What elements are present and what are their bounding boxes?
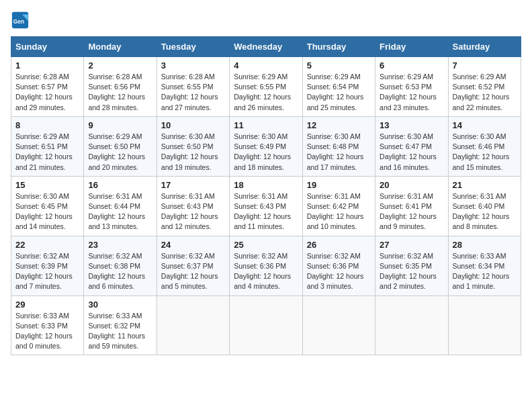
day-detail: Sunrise: 6:32 AM Sunset: 6:38 PM Dayligh… bbox=[88, 251, 152, 292]
svg-text:Gen: Gen bbox=[13, 18, 24, 25]
empty-cell bbox=[302, 295, 375, 355]
calendar-day-1: 1 Sunrise: 6:28 AM Sunset: 6:57 PM Dayli… bbox=[11, 57, 84, 117]
day-detail: Sunrise: 6:29 AM Sunset: 6:54 PM Dayligh… bbox=[307, 72, 371, 113]
day-number: 20 bbox=[380, 180, 443, 190]
day-number: 7 bbox=[453, 60, 517, 71]
calendar-day-29: 29 Sunrise: 6:33 AM Sunset: 6:33 PM Dayl… bbox=[11, 295, 84, 355]
day-detail: Sunrise: 6:29 AM Sunset: 6:51 PM Dayligh… bbox=[15, 132, 79, 173]
calendar-day-18: 18 Sunrise: 6:31 AM Sunset: 6:43 PM Dayl… bbox=[230, 176, 302, 236]
calendar-week-2: 8 Sunrise: 6:29 AM Sunset: 6:51 PM Dayli… bbox=[11, 116, 521, 176]
dow-header-tuesday: Tuesday bbox=[157, 37, 229, 57]
dow-header-wednesday: Wednesday bbox=[230, 37, 302, 57]
calendar-day-12: 12 Sunrise: 6:30 AM Sunset: 6:48 PM Dayl… bbox=[302, 116, 375, 176]
logo-icon: Gen bbox=[11, 11, 30, 30]
day-number: 14 bbox=[453, 120, 517, 130]
calendar-day-11: 11 Sunrise: 6:30 AM Sunset: 6:49 PM Dayl… bbox=[230, 116, 302, 176]
day-number: 25 bbox=[234, 240, 298, 250]
day-detail: Sunrise: 6:32 AM Sunset: 6:39 PM Dayligh… bbox=[15, 251, 79, 292]
calendar-day-2: 2 Sunrise: 6:28 AM Sunset: 6:56 PM Dayli… bbox=[84, 57, 157, 117]
calendar-day-13: 13 Sunrise: 6:30 AM Sunset: 6:47 PM Dayl… bbox=[375, 116, 448, 176]
day-detail: Sunrise: 6:28 AM Sunset: 6:55 PM Dayligh… bbox=[161, 72, 225, 113]
day-number: 8 bbox=[15, 120, 79, 130]
day-number: 12 bbox=[307, 120, 371, 130]
calendar-day-10: 10 Sunrise: 6:30 AM Sunset: 6:50 PM Dayl… bbox=[157, 116, 229, 176]
day-detail: Sunrise: 6:30 AM Sunset: 6:46 PM Dayligh… bbox=[453, 132, 517, 173]
calendar-day-5: 5 Sunrise: 6:29 AM Sunset: 6:54 PM Dayli… bbox=[302, 57, 375, 117]
dow-header-thursday: Thursday bbox=[302, 37, 375, 57]
day-detail: Sunrise: 6:33 AM Sunset: 6:32 PM Dayligh… bbox=[88, 311, 152, 352]
day-number: 2 bbox=[88, 60, 152, 71]
calendar-day-23: 23 Sunrise: 6:32 AM Sunset: 6:38 PM Dayl… bbox=[84, 236, 157, 295]
day-detail: Sunrise: 6:32 AM Sunset: 6:37 PM Dayligh… bbox=[161, 251, 225, 292]
day-detail: Sunrise: 6:29 AM Sunset: 6:53 PM Dayligh… bbox=[380, 72, 443, 113]
calendar-table: SundayMondayTuesdayWednesdayThursdayFrid… bbox=[11, 36, 521, 355]
day-detail: Sunrise: 6:31 AM Sunset: 6:41 PM Dayligh… bbox=[380, 191, 443, 232]
calendar-day-3: 3 Sunrise: 6:28 AM Sunset: 6:55 PM Dayli… bbox=[157, 57, 229, 117]
calendar-day-16: 16 Sunrise: 6:31 AM Sunset: 6:44 PM Dayl… bbox=[84, 176, 157, 236]
empty-cell bbox=[157, 295, 229, 355]
day-detail: Sunrise: 6:30 AM Sunset: 6:50 PM Dayligh… bbox=[161, 132, 225, 173]
day-number: 11 bbox=[234, 120, 298, 130]
day-number: 17 bbox=[161, 180, 225, 190]
empty-cell bbox=[448, 295, 521, 355]
dow-header-saturday: Saturday bbox=[448, 37, 521, 57]
day-detail: Sunrise: 6:33 AM Sunset: 6:34 PM Dayligh… bbox=[453, 251, 517, 292]
calendar-day-15: 15 Sunrise: 6:30 AM Sunset: 6:45 PM Dayl… bbox=[11, 176, 84, 236]
day-detail: Sunrise: 6:28 AM Sunset: 6:56 PM Dayligh… bbox=[88, 72, 152, 113]
dow-header-sunday: Sunday bbox=[11, 37, 84, 57]
day-detail: Sunrise: 6:30 AM Sunset: 6:48 PM Dayligh… bbox=[307, 132, 371, 173]
day-detail: Sunrise: 6:30 AM Sunset: 6:47 PM Dayligh… bbox=[380, 132, 443, 173]
day-number: 5 bbox=[307, 60, 371, 71]
day-detail: Sunrise: 6:33 AM Sunset: 6:33 PM Dayligh… bbox=[15, 311, 79, 352]
calendar-body: 1 Sunrise: 6:28 AM Sunset: 6:57 PM Dayli… bbox=[11, 57, 521, 355]
calendar-day-25: 25 Sunrise: 6:32 AM Sunset: 6:36 PM Dayl… bbox=[230, 236, 302, 295]
day-detail: Sunrise: 6:31 AM Sunset: 6:43 PM Dayligh… bbox=[161, 191, 225, 232]
day-detail: Sunrise: 6:32 AM Sunset: 6:36 PM Dayligh… bbox=[307, 251, 371, 292]
day-detail: Sunrise: 6:32 AM Sunset: 6:35 PM Dayligh… bbox=[380, 251, 443, 292]
calendar-day-17: 17 Sunrise: 6:31 AM Sunset: 6:43 PM Dayl… bbox=[157, 176, 229, 236]
calendar-day-30: 30 Sunrise: 6:33 AM Sunset: 6:32 PM Dayl… bbox=[84, 295, 157, 355]
day-number: 15 bbox=[15, 180, 79, 190]
calendar-week-4: 22 Sunrise: 6:32 AM Sunset: 6:39 PM Dayl… bbox=[11, 236, 521, 295]
day-number: 16 bbox=[88, 180, 152, 190]
day-detail: Sunrise: 6:29 AM Sunset: 6:52 PM Dayligh… bbox=[453, 72, 517, 113]
day-number: 30 bbox=[88, 300, 152, 310]
day-number: 28 bbox=[453, 240, 517, 250]
calendar-day-27: 27 Sunrise: 6:32 AM Sunset: 6:35 PM Dayl… bbox=[375, 236, 448, 295]
dow-header-friday: Friday bbox=[375, 37, 448, 57]
day-number: 23 bbox=[88, 240, 152, 250]
day-detail: Sunrise: 6:31 AM Sunset: 6:40 PM Dayligh… bbox=[453, 191, 517, 232]
calendar-week-1: 1 Sunrise: 6:28 AM Sunset: 6:57 PM Dayli… bbox=[11, 57, 521, 117]
day-detail: Sunrise: 6:30 AM Sunset: 6:45 PM Dayligh… bbox=[15, 191, 79, 232]
day-number: 21 bbox=[453, 180, 517, 190]
day-number: 13 bbox=[380, 120, 443, 130]
calendar-day-28: 28 Sunrise: 6:33 AM Sunset: 6:34 PM Dayl… bbox=[448, 236, 521, 295]
calendar-day-14: 14 Sunrise: 6:30 AM Sunset: 6:46 PM Dayl… bbox=[448, 116, 521, 176]
day-number: 22 bbox=[15, 240, 79, 250]
day-number: 26 bbox=[307, 240, 371, 250]
calendar-day-20: 20 Sunrise: 6:31 AM Sunset: 6:41 PM Dayl… bbox=[375, 176, 448, 236]
day-detail: Sunrise: 6:32 AM Sunset: 6:36 PM Dayligh… bbox=[234, 251, 298, 292]
days-of-week-row: SundayMondayTuesdayWednesdayThursdayFrid… bbox=[11, 37, 521, 57]
day-number: 10 bbox=[161, 120, 225, 130]
day-number: 6 bbox=[380, 60, 443, 71]
calendar-day-19: 19 Sunrise: 6:31 AM Sunset: 6:42 PM Dayl… bbox=[302, 176, 375, 236]
empty-cell bbox=[230, 295, 302, 355]
calendar-day-21: 21 Sunrise: 6:31 AM Sunset: 6:40 PM Dayl… bbox=[448, 176, 521, 236]
day-detail: Sunrise: 6:31 AM Sunset: 6:44 PM Dayligh… bbox=[88, 191, 152, 232]
calendar-week-5: 29 Sunrise: 6:33 AM Sunset: 6:33 PM Dayl… bbox=[11, 295, 521, 355]
calendar-day-6: 6 Sunrise: 6:29 AM Sunset: 6:53 PM Dayli… bbox=[375, 57, 448, 117]
day-detail: Sunrise: 6:29 AM Sunset: 6:55 PM Dayligh… bbox=[234, 72, 298, 113]
calendar-day-24: 24 Sunrise: 6:32 AM Sunset: 6:37 PM Dayl… bbox=[157, 236, 229, 295]
calendar-day-7: 7 Sunrise: 6:29 AM Sunset: 6:52 PM Dayli… bbox=[448, 57, 521, 117]
day-number: 9 bbox=[88, 120, 152, 130]
day-detail: Sunrise: 6:30 AM Sunset: 6:49 PM Dayligh… bbox=[234, 132, 298, 173]
calendar-day-4: 4 Sunrise: 6:29 AM Sunset: 6:55 PM Dayli… bbox=[230, 57, 302, 117]
day-number: 3 bbox=[161, 60, 225, 71]
calendar-day-8: 8 Sunrise: 6:29 AM Sunset: 6:51 PM Dayli… bbox=[11, 116, 84, 176]
day-number: 27 bbox=[380, 240, 443, 250]
day-detail: Sunrise: 6:31 AM Sunset: 6:42 PM Dayligh… bbox=[307, 191, 371, 232]
page-header: Gen bbox=[11, 11, 521, 30]
day-detail: Sunrise: 6:31 AM Sunset: 6:43 PM Dayligh… bbox=[234, 191, 298, 232]
day-number: 29 bbox=[15, 300, 79, 310]
